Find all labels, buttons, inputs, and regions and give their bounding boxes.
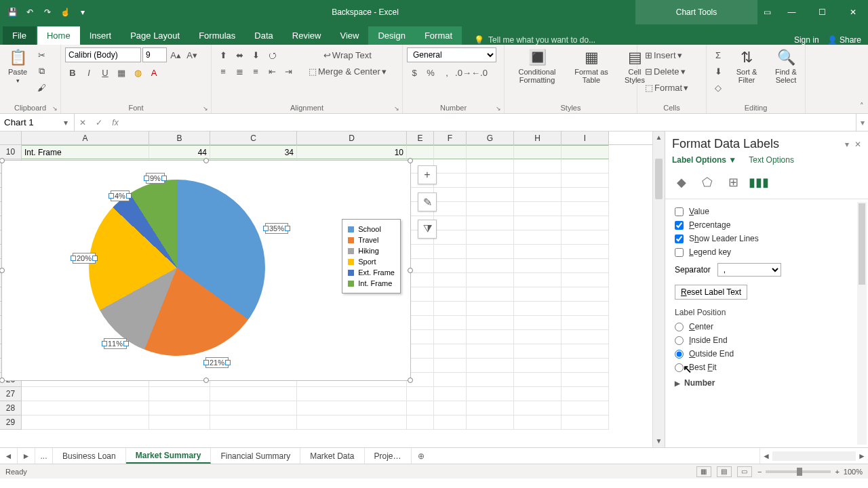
sheet-tab[interactable]: Business Loan bbox=[53, 448, 126, 464]
cell[interactable] bbox=[561, 216, 609, 230]
tab-scroll-right-icon[interactable]: ► bbox=[18, 448, 35, 464]
sheet-tab-active[interactable]: Market Summary bbox=[126, 448, 212, 464]
label-options-tab[interactable]: Label Options ▼ bbox=[672, 155, 736, 165]
italic-button[interactable]: I bbox=[81, 65, 96, 80]
cell[interactable] bbox=[407, 344, 434, 359]
hscroll-left-icon[interactable]: ◄ bbox=[760, 451, 772, 461]
cell[interactable] bbox=[149, 387, 210, 401]
cell[interactable] bbox=[407, 245, 434, 259]
cell[interactable] bbox=[22, 387, 149, 401]
cell[interactable] bbox=[407, 359, 434, 373]
col-header[interactable]: C bbox=[210, 131, 297, 144]
cell[interactable] bbox=[514, 259, 561, 273]
data-label[interactable]: 9% bbox=[146, 173, 165, 184]
cell[interactable] bbox=[297, 387, 407, 401]
text-options-tab[interactable]: Text Options bbox=[749, 155, 794, 165]
sheet-tab[interactable]: Financial Summary bbox=[211, 448, 300, 464]
hscroll-right-icon[interactable]: ► bbox=[856, 451, 868, 461]
row-header[interactable]: 27 bbox=[0, 387, 22, 401]
horizontal-scrollbar[interactable]: ◄ ► bbox=[760, 448, 868, 464]
cell[interactable] bbox=[467, 359, 514, 373]
cell[interactable] bbox=[561, 245, 609, 259]
cell[interactable] bbox=[561, 359, 609, 373]
cell[interactable] bbox=[561, 259, 609, 273]
data-label[interactable]: 21% bbox=[205, 357, 229, 368]
align-middle-icon[interactable]: ⬌ bbox=[232, 47, 247, 62]
minimize-icon[interactable]: — bbox=[776, 0, 807, 24]
cell[interactable] bbox=[467, 273, 514, 287]
sort-filter-button[interactable]: ⇅Sort & Filter bbox=[728, 47, 765, 85]
cell[interactable]: Int. Frame bbox=[22, 145, 149, 159]
indent-dec-icon[interactable]: ⇤ bbox=[264, 64, 279, 79]
chart-styles-button[interactable]: ✎ bbox=[418, 192, 437, 211]
redo-icon[interactable]: ↷ bbox=[39, 4, 56, 20]
cell[interactable] bbox=[561, 174, 609, 188]
cell[interactable] bbox=[467, 302, 514, 316]
data-label[interactable]: 4% bbox=[111, 190, 130, 201]
leader-lines-checkbox[interactable]: Show Leader Lines bbox=[675, 232, 863, 245]
cell[interactable] bbox=[467, 245, 514, 259]
cell[interactable] bbox=[467, 316, 514, 330]
cell[interactable] bbox=[514, 344, 561, 359]
cell[interactable] bbox=[467, 387, 514, 401]
border-button[interactable]: ▦ bbox=[114, 65, 129, 80]
row-header[interactable]: 29 bbox=[0, 415, 22, 430]
clear-icon[interactable]: ◇ bbox=[711, 80, 726, 95]
tab-formulas[interactable]: Formulas bbox=[189, 26, 245, 45]
pos-center-radio[interactable]: Center bbox=[675, 320, 863, 333]
chart-legend[interactable]: School Travel Hiking Sport Ext. Frame In… bbox=[342, 219, 401, 293]
number-format-combo[interactable]: General bbox=[407, 47, 496, 62]
tab-insert[interactable]: Insert bbox=[80, 26, 121, 45]
cell[interactable] bbox=[561, 287, 609, 302]
qat-customize-icon[interactable]: ▾ bbox=[75, 4, 91, 20]
cell[interactable] bbox=[297, 415, 407, 430]
cell[interactable] bbox=[514, 302, 561, 316]
cell[interactable] bbox=[514, 202, 561, 216]
align-right-icon[interactable]: ≡ bbox=[248, 64, 263, 79]
cell[interactable] bbox=[514, 287, 561, 302]
cell[interactable] bbox=[467, 415, 514, 430]
tab-more-icon[interactable]: ... bbox=[35, 448, 53, 464]
collapse-ribbon-icon[interactable]: ˄ bbox=[860, 102, 864, 110]
resize-handle[interactable] bbox=[203, 378, 209, 383]
col-header[interactable]: A bbox=[22, 131, 149, 144]
cell[interactable] bbox=[561, 401, 609, 415]
cell[interactable] bbox=[434, 387, 467, 401]
comma-icon[interactable]: , bbox=[439, 65, 454, 80]
undo-icon[interactable]: ↶ bbox=[22, 4, 38, 20]
cell[interactable] bbox=[434, 259, 467, 273]
zoom-control[interactable]: − + 100% bbox=[757, 468, 863, 476]
effects-icon[interactable]: ⬠ bbox=[698, 173, 717, 192]
decrease-decimal-icon[interactable]: ←.0 bbox=[472, 65, 487, 80]
vertical-scrollbar[interactable]: ▲ ▼ bbox=[652, 131, 665, 447]
cell[interactable] bbox=[561, 230, 609, 245]
row-header[interactable]: 10 bbox=[0, 145, 22, 159]
underline-button[interactable]: U bbox=[98, 65, 113, 80]
cell[interactable] bbox=[561, 202, 609, 216]
cell[interactable] bbox=[467, 344, 514, 359]
tab-file[interactable]: File bbox=[3, 26, 36, 45]
hscroll-track[interactable] bbox=[772, 451, 856, 461]
cell[interactable] bbox=[407, 145, 434, 159]
scroll-down-icon[interactable]: ▼ bbox=[653, 435, 665, 447]
fx-icon[interactable]: fx bbox=[107, 114, 123, 131]
cell[interactable] bbox=[210, 387, 297, 401]
cell[interactable] bbox=[467, 330, 514, 344]
font-name-combo[interactable] bbox=[65, 47, 141, 62]
paste-button[interactable]: 📋Paste▾ bbox=[4, 47, 31, 85]
name-box[interactable]: ▾ bbox=[0, 114, 75, 131]
scroll-up-icon[interactable]: ▲ bbox=[653, 131, 665, 144]
insert-cells-button[interactable]: ⊞ Insert ▾ bbox=[642, 47, 686, 62]
cell[interactable] bbox=[561, 330, 609, 344]
tab-home[interactable]: Home bbox=[37, 26, 80, 45]
percent-icon[interactable]: % bbox=[423, 65, 438, 80]
sheet-tab[interactable]: Market Data bbox=[300, 448, 364, 464]
cell[interactable] bbox=[514, 145, 561, 159]
cell[interactable] bbox=[22, 401, 149, 415]
resize-handle[interactable] bbox=[0, 158, 5, 163]
cell[interactable] bbox=[514, 230, 561, 245]
cell[interactable] bbox=[561, 415, 609, 430]
cell[interactable] bbox=[434, 415, 467, 430]
tab-review[interactable]: Review bbox=[283, 26, 331, 45]
cell[interactable] bbox=[149, 415, 210, 430]
